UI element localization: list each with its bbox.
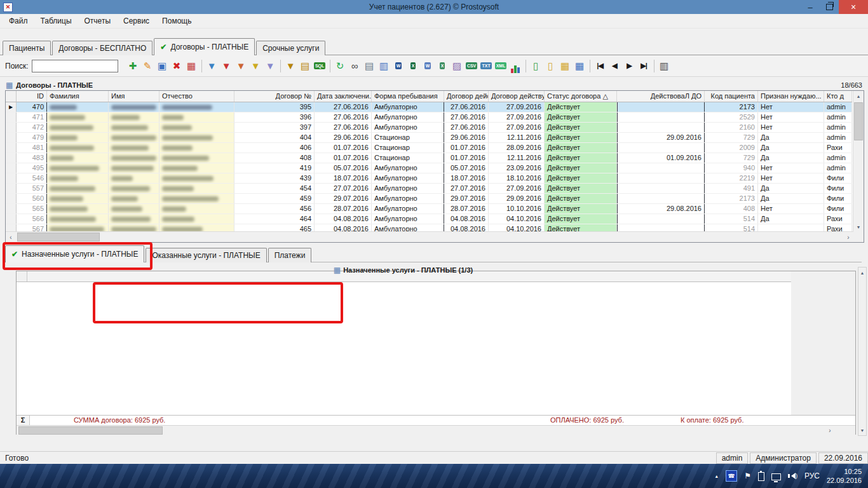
cell-contract_no[interactable]: 406: [234, 143, 315, 152]
table-row[interactable]: 47940429.06.2016Стационар29.06.201612.11…: [6, 133, 852, 143]
cell-contract_no[interactable]: 397: [234, 123, 315, 132]
contracts-horizontal-scrollbar[interactable]: ‹ ›: [6, 231, 853, 242]
preview-icon[interactable]: ▥: [377, 58, 391, 73]
cell-stay_form[interactable]: Стационар: [372, 143, 444, 152]
cell-acted_until[interactable]: [617, 173, 705, 183]
cell-valid_from[interactable]: 29.06.2016: [444, 133, 489, 142]
table-row[interactable]: 48140601.07.2016Стационар01.07.201628.09…: [6, 143, 852, 153]
cell-patient_code[interactable]: 2173: [705, 102, 758, 112]
col-header-last_name[interactable]: Фамилия: [47, 91, 109, 102]
cell-patient_code[interactable]: 729: [705, 133, 758, 142]
cell-id[interactable]: 546: [17, 173, 47, 183]
tab-contracts-free[interactable]: Договоры - БЕСПЛАТНО: [52, 41, 153, 55]
menu-file[interactable]: Файл: [3, 15, 34, 27]
cell-patient_code[interactable]: 408: [705, 204, 758, 214]
export-other-icon[interactable]: ▨: [450, 58, 465, 73]
cell-status[interactable]: Действует: [545, 163, 617, 173]
delete-table-records-icon[interactable]: ▦: [184, 58, 199, 73]
cell-first_name-blurred[interactable]: [109, 173, 159, 183]
cell-middle_name-blurred[interactable]: [159, 173, 234, 183]
scroll-thumb[interactable]: [18, 426, 163, 435]
cell-middle_name-blurred[interactable]: [159, 123, 234, 132]
col-header-stay_form[interactable]: Форма пребывания: [372, 91, 444, 102]
cell-middle_name-blurred[interactable]: [159, 163, 234, 173]
cell-patient_code[interactable]: 2009: [705, 143, 758, 152]
cell-who[interactable]: admin: [824, 133, 852, 142]
network-icon[interactable]: [771, 473, 781, 480]
cell-date_signed[interactable]: 18.07.2016: [315, 173, 372, 183]
cell-patient_code[interactable]: 940: [705, 163, 758, 173]
cell-valid_to[interactable]: 04.10.2016: [489, 214, 545, 224]
cell-last_name-blurred[interactable]: [47, 194, 109, 203]
col-header-acted_until[interactable]: ДействоваЛ ДО: [617, 91, 705, 102]
cell-stay_form[interactable]: Стационар: [372, 133, 444, 142]
table-row[interactable]: 56746504.08.2016Амбулаторно04.08.201604.…: [6, 224, 852, 231]
cell-status[interactable]: Действует: [545, 153, 617, 163]
cell-needs[interactable]: Да: [758, 194, 824, 203]
cell-stay_form[interactable]: Стационар: [372, 153, 444, 163]
cell-status[interactable]: Действует: [545, 102, 617, 112]
cell-who[interactable]: Рахи: [824, 143, 852, 152]
cell-status[interactable]: Действует: [545, 173, 617, 183]
col-header-valid_to[interactable]: Договор действу...: [489, 91, 545, 102]
table-row[interactable]: 56045929.07.2016Амбулаторно29.07.201629.…: [6, 194, 852, 204]
filter-clear-icon[interactable]: ▼: [234, 58, 248, 73]
cell-id[interactable]: 479: [17, 133, 47, 142]
cell-contract_no[interactable]: 465: [234, 224, 315, 231]
tray-expand-icon[interactable]: ▲: [714, 474, 719, 478]
filter-save-icon[interactable]: ▼: [263, 58, 278, 73]
cell-contract_no[interactable]: 408: [234, 153, 315, 163]
cell-status[interactable]: Действует: [545, 194, 617, 203]
cell-valid_to[interactable]: 12.11.2016: [489, 133, 545, 142]
cell-id[interactable]: 472: [17, 123, 47, 132]
cell-middle_name-blurred[interactable]: [159, 143, 234, 152]
cell-who[interactable]: admin: [824, 112, 852, 122]
cell-patient_code[interactable]: 514: [705, 214, 758, 224]
col-header-patient_code[interactable]: Код пациента: [705, 91, 758, 102]
cell-id[interactable]: 566: [17, 214, 47, 224]
cell-contract_no[interactable]: 439: [234, 173, 315, 183]
cell-needs[interactable]: Нет: [758, 204, 824, 214]
menu-reports[interactable]: Отчеты: [78, 15, 117, 27]
cell-patient_code[interactable]: 2219: [705, 173, 758, 183]
cell-id[interactable]: 560: [17, 194, 47, 203]
cell-patient_code[interactable]: 729: [705, 153, 758, 163]
cell-valid_from[interactable]: 28.07.2016: [444, 204, 489, 214]
exit-icon[interactable]: ▥: [657, 58, 672, 73]
cell-middle_name-blurred[interactable]: [159, 153, 234, 163]
column-settings-icon[interactable]: ▯: [543, 58, 558, 73]
cell-last_name-blurred[interactable]: [47, 184, 109, 193]
cell-contract_no[interactable]: 396: [234, 112, 315, 122]
cell-first_name-blurred[interactable]: [109, 204, 159, 214]
tab-urgent-services[interactable]: Срочные услуги: [256, 41, 325, 55]
cell-status[interactable]: Действует: [545, 224, 617, 231]
services-horizontal-scrollbar[interactable]: ›: [17, 425, 855, 435]
cell-last_name-blurred[interactable]: [47, 123, 109, 132]
cell-stay_form[interactable]: Амбулаторно: [372, 102, 444, 112]
cell-valid_from[interactable]: 27.07.2016: [444, 184, 489, 193]
grid-settings-icon[interactable]: ▦: [573, 58, 587, 73]
cell-acted_until[interactable]: [617, 214, 705, 224]
sql-view-icon[interactable]: SQL: [313, 58, 327, 73]
edit-record-icon[interactable]: ✎: [140, 58, 155, 73]
scroll-left-icon[interactable]: ‹: [6, 232, 16, 242]
cell-first_name-blurred[interactable]: [109, 133, 159, 142]
battery-icon[interactable]: [758, 472, 764, 481]
filter-quick-icon[interactable]: ▼: [248, 58, 263, 73]
cell-who[interactable]: Фили: [824, 173, 852, 183]
cell-date_signed[interactable]: 29.06.2016: [315, 133, 372, 142]
table-settings-icon[interactable]: ▦: [558, 58, 573, 73]
scroll-up-icon[interactable]: ▲: [858, 268, 866, 278]
cell-last_name-blurred[interactable]: [47, 112, 109, 122]
cell-acted_until[interactable]: 29.09.2016: [617, 133, 705, 142]
cell-first_name-blurred[interactable]: [109, 163, 159, 173]
cell-acted_until[interactable]: [617, 224, 705, 231]
cell-needs[interactable]: Да: [758, 153, 824, 163]
cell-last_name-blurred[interactable]: [47, 143, 109, 152]
cell-acted_until[interactable]: [617, 184, 705, 193]
cell-last_name-blurred[interactable]: [47, 133, 109, 142]
cell-stay_form[interactable]: Амбулаторно: [372, 184, 444, 193]
cell-middle_name-blurred[interactable]: [159, 214, 234, 224]
cell-first_name-blurred[interactable]: [109, 112, 159, 122]
cell-valid_from[interactable]: 05.07.2016: [444, 163, 489, 173]
